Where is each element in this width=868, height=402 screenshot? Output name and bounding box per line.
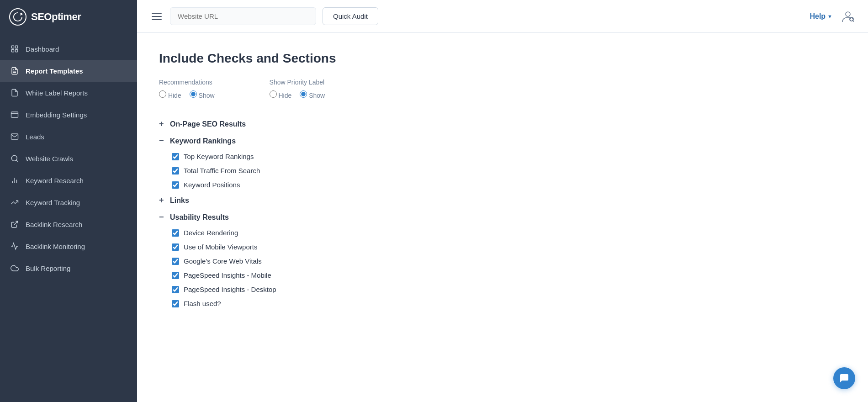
sidebar-item-bulk-reporting[interactable]: Bulk Reporting <box>0 257 137 279</box>
sidebar-label-leads: Leads <box>26 133 44 141</box>
section-prefix-keyword-rankings: − <box>159 136 166 146</box>
svg-point-14 <box>846 12 850 16</box>
sidebar-label-embedding-settings: Embedding Settings <box>26 111 87 119</box>
section-prefix-on-page: + <box>159 119 166 129</box>
sidebar-label-white-label-reports: White Label Reports <box>26 89 88 97</box>
sidebar-logo: SEOptimer <box>0 0 137 34</box>
sidebar-item-leads[interactable]: Leads <box>0 126 137 148</box>
priority-group: Show Priority Label Hide Show <box>270 79 325 104</box>
recommendations-show-radio[interactable] <box>190 90 197 98</box>
file-icon <box>10 88 19 97</box>
priority-hide-option[interactable]: Hide <box>270 90 292 99</box>
item-keyword-positions: Keyword Positions <box>159 179 846 191</box>
item-label-keyword-positions: Keyword Positions <box>184 181 240 189</box>
content-area: Include Checks and Sections Recommendati… <box>137 33 868 402</box>
sidebar-item-keyword-tracking[interactable]: Keyword Tracking <box>0 191 137 213</box>
item-total-traffic: Total Traffic From Search <box>159 164 846 177</box>
item-pagespeed-desktop: PageSpeed Insights - Desktop <box>159 283 846 296</box>
recommendations-radio-group: Hide Show <box>159 90 215 104</box>
item-pagespeed-mobile: PageSpeed Insights - Mobile <box>159 269 846 281</box>
chat-bubble-button[interactable] <box>833 367 855 389</box>
recommendations-hide-radio[interactable] <box>159 90 166 98</box>
item-label-pagespeed-mobile: PageSpeed Insights - Mobile <box>184 271 271 279</box>
grid-icon <box>10 44 19 53</box>
sidebar-label-bulk-reporting: Bulk Reporting <box>26 264 70 272</box>
website-url-input[interactable] <box>170 7 316 25</box>
recommendations-hide-option[interactable]: Hide <box>159 90 181 99</box>
hamburger-button[interactable] <box>150 11 164 22</box>
sections-list: + On-Page SEO Results − Keyword Rankings… <box>159 116 846 310</box>
sidebar-item-website-crawls[interactable]: Website Crawls <box>0 148 137 169</box>
svg-rect-6 <box>11 112 18 117</box>
sidebar-label-website-crawls: Website Crawls <box>26 155 73 163</box>
logo-icon <box>9 8 26 26</box>
sidebar-item-white-label-reports[interactable]: White Label Reports <box>0 82 137 104</box>
sidebar-item-backlink-monitoring[interactable]: Backlink Monitoring <box>0 235 137 257</box>
sidebar-label-backlink-research: Backlink Research <box>26 221 82 228</box>
svg-point-8 <box>11 155 17 161</box>
sidebar-label-dashboard: Dashboard <box>26 45 59 53</box>
priority-show-option[interactable]: Show <box>300 90 325 99</box>
item-label-pagespeed-desktop: PageSpeed Insights - Desktop <box>184 286 276 293</box>
section-keyword-rankings[interactable]: − Keyword Rankings <box>159 133 846 148</box>
search-icon <box>10 154 19 163</box>
item-mobile-viewports: Use of Mobile Viewports <box>159 241 846 253</box>
checkbox-total-traffic[interactable] <box>172 167 179 175</box>
recommendations-group: Recommendations Hide Show <box>159 79 215 104</box>
priority-hide-radio[interactable] <box>270 90 277 98</box>
svg-rect-1 <box>16 46 18 48</box>
sidebar-item-embedding-settings[interactable]: Embedding Settings <box>0 104 137 126</box>
svg-rect-2 <box>11 50 14 52</box>
item-core-web-vitals: Google's Core Web Vitals <box>159 255 846 267</box>
page-title: Include Checks and Sections <box>159 51 846 66</box>
sidebar-item-dashboard[interactable]: Dashboard <box>0 38 137 60</box>
priority-radio-group: Hide Show <box>270 90 325 104</box>
quick-audit-button[interactable]: Quick Audit <box>323 7 378 25</box>
svg-line-9 <box>16 160 17 161</box>
recommendations-row: Recommendations Hide Show Show Priority … <box>159 79 846 104</box>
checkbox-pagespeed-desktop[interactable] <box>172 286 179 293</box>
item-label-core-web-vitals: Google's Core Web Vitals <box>184 257 262 265</box>
checkbox-device-rendering[interactable] <box>172 229 179 237</box>
file-edit-icon <box>10 66 19 75</box>
mail-icon <box>10 132 19 141</box>
sidebar-label-keyword-tracking: Keyword Tracking <box>26 199 80 206</box>
section-on-page-seo[interactable]: + On-Page SEO Results <box>159 116 846 132</box>
recommendations-label: Recommendations <box>159 79 215 86</box>
help-button[interactable]: Help ▼ <box>810 12 832 21</box>
checkbox-flash-used[interactable] <box>172 300 179 307</box>
user-menu-button[interactable] <box>841 10 855 23</box>
trending-icon <box>10 198 19 207</box>
topbar-right: Help ▼ <box>810 10 855 23</box>
recommendations-show-option[interactable]: Show <box>190 90 215 99</box>
sidebar-label-report-templates: Report Templates <box>26 67 83 75</box>
sidebar: SEOptimer Dashboard Report Templates Whi… <box>0 0 137 402</box>
section-label-keyword-rankings: Keyword Rankings <box>170 137 236 145</box>
checkbox-mobile-viewports[interactable] <box>172 243 179 251</box>
sidebar-item-keyword-research[interactable]: Keyword Research <box>0 169 137 191</box>
svg-line-13 <box>14 221 18 225</box>
sidebar-label-keyword-research: Keyword Research <box>26 177 84 185</box>
item-label-total-traffic: Total Traffic From Search <box>184 167 260 175</box>
topbar: Quick Audit Help ▼ <box>137 0 868 33</box>
checkbox-keyword-positions[interactable] <box>172 181 179 189</box>
monitor-icon <box>10 242 19 251</box>
priority-show-radio[interactable] <box>300 90 307 98</box>
sidebar-item-backlink-research[interactable]: Backlink Research <box>0 213 137 235</box>
embed-icon <box>10 110 19 119</box>
checkbox-pagespeed-mobile[interactable] <box>172 272 179 279</box>
main-area: Quick Audit Help ▼ Include Checks and Se… <box>137 0 868 402</box>
section-prefix-links: + <box>159 196 166 205</box>
logo-text: SEOptimer <box>31 11 81 23</box>
checkbox-top-keyword-rankings[interactable] <box>172 153 179 160</box>
section-label-usability: Usability Results <box>170 213 229 222</box>
section-usability-results[interactable]: − Usability Results <box>159 210 846 225</box>
section-label-on-page: On-Page SEO Results <box>170 120 246 128</box>
sidebar-item-report-templates[interactable]: Report Templates <box>0 60 137 82</box>
checkbox-core-web-vitals[interactable] <box>172 258 179 265</box>
sidebar-nav: Dashboard Report Templates White Label R… <box>0 34 137 402</box>
item-label-top-keyword-rankings: Top Keyword Rankings <box>184 153 254 160</box>
svg-rect-0 <box>11 46 14 48</box>
bar-chart-icon <box>10 176 19 185</box>
section-links[interactable]: + Links <box>159 193 846 208</box>
